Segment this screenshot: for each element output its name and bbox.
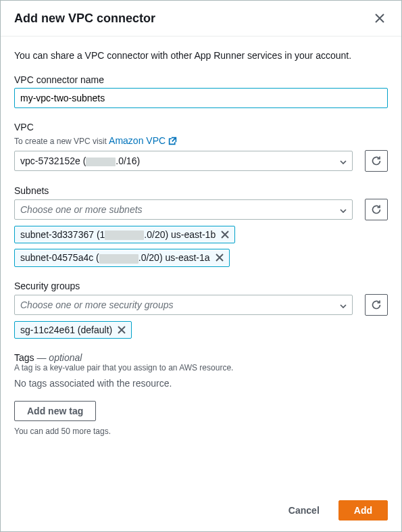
vpc-field: VPC To create a new VPC visit Amazon VPC… — [14, 122, 388, 172]
add-button[interactable]: Add — [338, 500, 388, 521]
subnet-tag: subnet-3d337367 (1.0/20) us-east-1b — [14, 226, 235, 243]
security-groups-placeholder: Choose one or more security groups — [20, 299, 173, 310]
tags-description: A tag is a key-value pair that you assig… — [14, 363, 388, 372]
subnets-label: Subnets — [14, 185, 388, 196]
subnet-tag-remove[interactable] — [216, 253, 224, 262]
security-group-tag: sg-11c24e61 (default) — [14, 321, 132, 339]
subnet-tag-remove[interactable] — [221, 231, 229, 239]
amazon-vpc-link[interactable]: Amazon VPC — [109, 135, 177, 146]
vpc-select[interactable]: vpc-5732152e (.0/16) — [14, 151, 353, 171]
security-groups-select[interactable]: Choose one or more security groups — [14, 295, 353, 315]
close-icon — [221, 231, 229, 239]
refresh-icon — [371, 155, 382, 166]
add-new-tag-button[interactable]: Add new tag — [14, 401, 96, 421]
vpc-label: VPC — [14, 122, 388, 132]
external-link-icon — [168, 137, 177, 145]
tags-field: Tags — optional A tag is a key-value pai… — [14, 352, 388, 436]
close-icon — [375, 14, 384, 23]
vpc-help: To create a new VPC visit Amazon VPC — [14, 135, 388, 146]
chevron-down-icon — [340, 155, 347, 166]
refresh-icon — [371, 299, 382, 310]
refresh-icon — [371, 204, 382, 215]
vpc-help-text: To create a new VPC visit — [14, 137, 109, 146]
security-groups-tags: sg-11c24e61 (default) — [14, 321, 388, 339]
vpc-refresh-button[interactable] — [365, 150, 388, 172]
vpc-connector-name-field: VPC connector name — [14, 74, 388, 108]
tags-header: Tags — optional — [14, 352, 388, 363]
security-groups-refresh-button[interactable] — [365, 294, 388, 316]
security-groups-field: Security groups Choose one or more secur… — [14, 281, 388, 339]
subnets-tags: subnet-3d337367 (1.0/20) us-east-1b subn… — [14, 226, 388, 267]
subnets-field: Subnets Choose one or more subnets subne… — [14, 185, 388, 267]
cancel-button[interactable]: Cancel — [276, 500, 332, 521]
tags-optional: — optional — [34, 352, 82, 363]
redacted — [99, 254, 139, 264]
modal-footer: Cancel Add — [1, 489, 401, 531]
tags-limit-text: You can add 50 more tags. — [14, 427, 388, 436]
subnet-tag-label: subnet-3d337367 (1.0/20) us-east-1b — [20, 229, 216, 240]
subnets-select[interactable]: Choose one or more subnets — [14, 199, 353, 220]
vpc-connector-name-input[interactable] — [14, 88, 388, 108]
close-button[interactable] — [372, 10, 388, 26]
modal-body: You can share a VPC connector with other… — [1, 37, 401, 463]
subnet-tag: subnet-04575a4c (.0/20) us-east-1a — [14, 249, 230, 266]
redacted-cidr — [86, 158, 116, 166]
chevron-down-icon — [340, 204, 347, 215]
vpc-connector-name-label: VPC connector name — [14, 74, 388, 85]
modal-title: Add new VPC connector — [14, 11, 155, 26]
subnets-refresh-button[interactable] — [365, 199, 388, 220]
security-groups-label: Security groups — [14, 281, 388, 291]
security-group-tag-label: sg-11c24e61 (default) — [20, 324, 112, 335]
close-icon — [216, 253, 224, 262]
vpc-selected-value: vpc-5732152e (.0/16) — [20, 155, 140, 166]
redacted — [105, 231, 144, 240]
close-icon — [118, 326, 126, 334]
security-group-tag-remove[interactable] — [118, 326, 126, 334]
subnet-tag-label: subnet-04575a4c (.0/20) us-east-1a — [20, 252, 210, 263]
modal-header: Add new VPC connector — [1, 1, 401, 37]
intro-text: You can share a VPC connector with other… — [14, 50, 388, 61]
subnets-placeholder: Choose one or more subnets — [20, 204, 143, 215]
chevron-down-icon — [340, 299, 347, 310]
no-tags-text: No tags associated with the resource. — [14, 378, 388, 389]
